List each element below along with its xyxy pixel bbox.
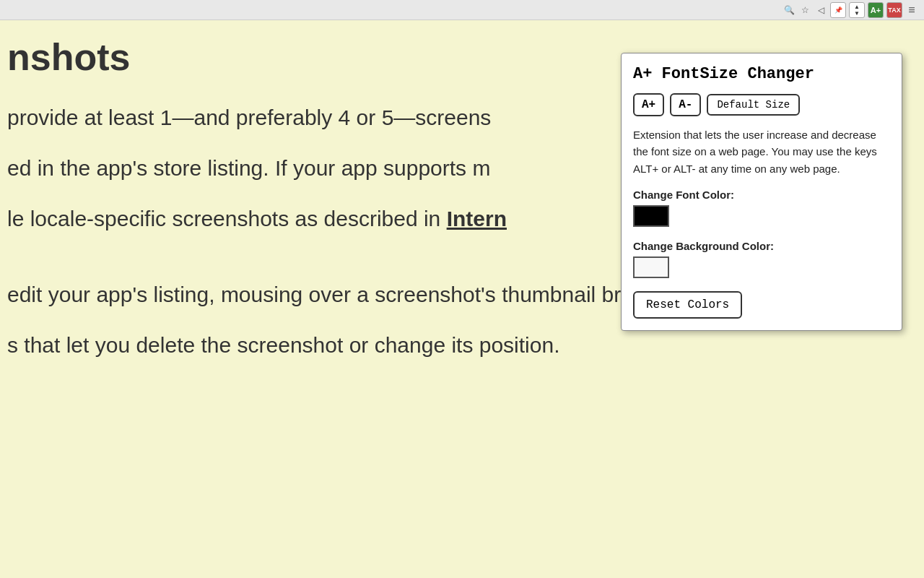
bookmark-icon[interactable]: ☆: [798, 4, 811, 17]
font-color-swatch[interactable]: [633, 205, 669, 227]
extension-icon-1[interactable]: 📌: [830, 2, 846, 18]
intern-link[interactable]: Intern: [447, 207, 507, 230]
extension-icon-tax[interactable]: TAX: [886, 2, 902, 18]
zoom-icon[interactable]: 🔍: [783, 4, 796, 17]
paragraph-5: s that let you delete the screenshot or …: [7, 329, 917, 361]
menu-icon[interactable]: ≡: [905, 4, 918, 17]
popup-title: A+ FontSize Changer: [633, 65, 890, 83]
increase-font-button[interactable]: A+: [633, 93, 664, 116]
extension-icon-arrows[interactable]: ▲▼: [849, 2, 865, 18]
fontsize-changer-popup: A+ FontSize Changer A+ A- Default Size E…: [621, 53, 902, 331]
page-content: nshots provide at least 1—and preferably…: [0, 20, 924, 578]
popup-description: Extension that lets the user increase an…: [633, 126, 890, 177]
extension-icon-green[interactable]: A+: [868, 2, 884, 18]
font-color-label: Change Font Color:: [633, 189, 890, 201]
font-size-controls: A+ A- Default Size: [633, 93, 890, 116]
font-color-swatch-wrapper: [633, 205, 669, 240]
default-size-button[interactable]: Default Size: [707, 94, 800, 116]
decrease-font-button[interactable]: A-: [670, 93, 701, 116]
bg-color-swatch-wrapper: [633, 256, 669, 291]
bg-color-swatch[interactable]: [633, 256, 669, 278]
nav-icon[interactable]: ◁: [814, 4, 827, 17]
bg-color-label: Change Background Color:: [633, 240, 890, 252]
reset-colors-button[interactable]: Reset Colors: [633, 291, 742, 319]
browser-chrome-bar: 🔍 ☆ ◁ 📌 ▲▼ A+ TAX ≡: [0, 0, 924, 20]
